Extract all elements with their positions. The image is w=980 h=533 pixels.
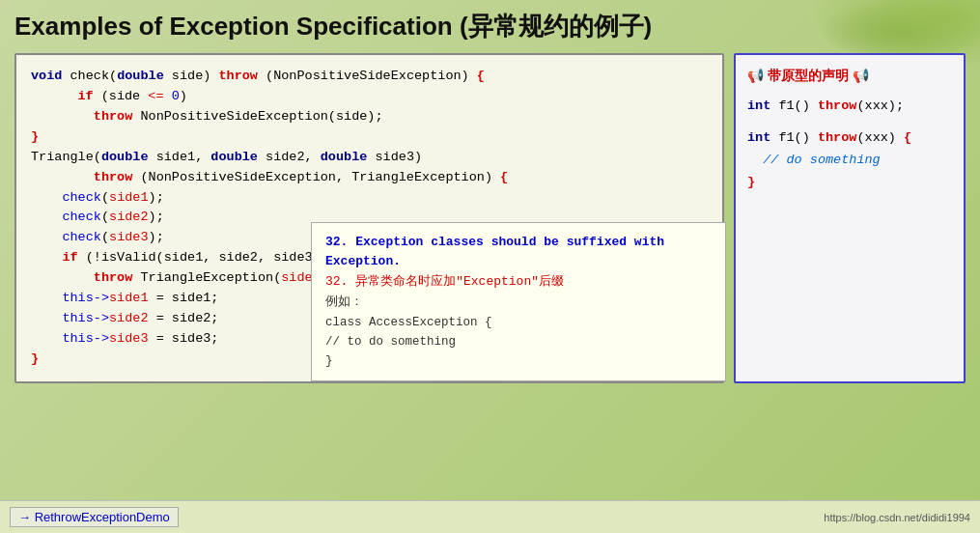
- tooltip-rule-en: 32. Exception classes should be suffixed…: [325, 233, 712, 273]
- speaker-icon-right: 📢: [853, 65, 869, 88]
- code-panel: void check(double side) throw (NonPositi…: [14, 53, 724, 383]
- kw-void: void: [31, 69, 62, 83]
- right-code-line-1: int f1() throw(xxx);: [747, 96, 952, 118]
- tooltip-code-line-3: }: [325, 351, 712, 371]
- code-line-6: throw (NonPositiveSideException, Triangl…: [31, 168, 708, 188]
- right-box-code: int f1() throw(xxx); int f1() throw(xxx)…: [747, 96, 952, 194]
- right-code-line-3: int f1() throw(xxx) {: [747, 127, 952, 150]
- bottom-bar: → RethrowExceptionDemo https://blog.csdn…: [0, 500, 980, 533]
- tooltip-box: 32. Exception classes should be suffixed…: [311, 222, 726, 381]
- right-box-title-text: 带原型的声明: [768, 65, 849, 88]
- code-line-2: if (side <= 0): [31, 87, 708, 107]
- code-line-3: throw NonPositiveSideException(side);: [31, 107, 708, 127]
- page-title: Examples of Exception Specification (异常规…: [14, 10, 966, 43]
- right-code-spacer: [747, 118, 952, 127]
- code-line-7: check(side1);: [31, 188, 708, 209]
- main-container: Examples of Exception Specification (异常规…: [0, 0, 980, 533]
- speaker-icon-left: 📢: [747, 65, 764, 88]
- right-code-line-4: // do something: [747, 150, 952, 172]
- right-box-title: 📢 带原型的声明 📢: [747, 65, 952, 88]
- tooltip-code-line-1: class AccessException {: [325, 313, 712, 332]
- code-line-1: void check(double side) throw (NonPositi…: [31, 67, 708, 87]
- rethrow-link[interactable]: → RethrowExceptionDemo: [10, 507, 179, 527]
- right-code-line-5: }: [747, 172, 952, 194]
- url-text: https://blog.csdn.net/dididi1994: [824, 512, 970, 523]
- tooltip-rule-zh: 32. 异常类命名时应加"Exception"后缀: [325, 272, 712, 293]
- tooltip-example-label: 例如：: [325, 293, 712, 313]
- content-area: void check(double side) throw (NonPositi…: [14, 53, 966, 383]
- code-line-5: Triangle(double side1, double side2, dou…: [31, 148, 708, 168]
- right-box: 📢 带原型的声明 📢 int f1() throw(xxx); int f1()…: [734, 53, 966, 383]
- arrow-icon: →: [18, 510, 31, 524]
- code-line-4: }: [31, 127, 708, 148]
- tooltip-code-line-2: // to do something: [325, 332, 712, 351]
- tooltip-code-block: class AccessException { // to do somethi…: [325, 313, 712, 371]
- link-text: RethrowExceptionDemo: [35, 510, 170, 524]
